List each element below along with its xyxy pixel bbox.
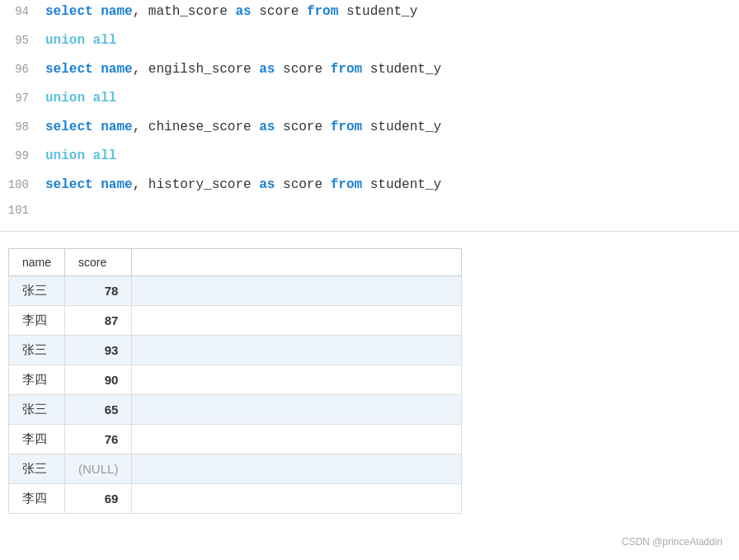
code-line: 96select name, engilsh_score as score fr…	[0, 58, 739, 87]
cell-empty	[132, 306, 462, 336]
cell-name: 张三	[9, 395, 65, 425]
line-content: union all	[45, 88, 116, 108]
code-line: 95union all	[0, 29, 739, 58]
code-line: 94select name, math_score as score from …	[0, 0, 739, 29]
line-content: select name, chinese_score as score from…	[45, 117, 441, 137]
code-line: 98select name, chinese_score as score fr…	[0, 115, 739, 144]
cell-empty	[132, 336, 462, 365]
results-table-section: name score 张三78李四87张三93李四90张三65李四76张三(NU…	[0, 248, 739, 514]
cell-name: 张三	[9, 276, 65, 306]
cell-score: 69	[65, 484, 132, 514]
cell-name: 张三	[9, 336, 65, 365]
line-content: union all	[45, 146, 116, 166]
table-row: 张三78	[9, 276, 462, 306]
line-number: 100	[0, 178, 45, 191]
cell-score: 93	[65, 336, 132, 365]
cell-score: 78	[65, 276, 132, 306]
line-number: 97	[0, 92, 45, 105]
line-content: select name, engilsh_score as score from…	[45, 59, 441, 79]
line-content: union all	[45, 31, 116, 50]
code-line: 101	[0, 202, 739, 231]
table-row: 李四90	[9, 365, 462, 395]
code-line: 97union all	[0, 87, 739, 115]
line-number: 95	[0, 34, 45, 47]
cell-empty	[132, 395, 462, 425]
table-row: 李四69	[9, 484, 462, 514]
line-number: 96	[0, 63, 45, 76]
code-line: 99union all	[0, 144, 739, 173]
cell-name: 李四	[9, 484, 65, 514]
cell-empty	[132, 276, 462, 306]
table-header-row: name score	[9, 249, 462, 276]
table-body: 张三78李四87张三93李四90张三65李四76张三(NULL)李四69	[9, 276, 462, 514]
line-number: 98	[0, 120, 45, 134]
table-header: name score	[9, 249, 462, 276]
cell-score: 90	[65, 365, 132, 395]
col-score-header: score	[65, 249, 132, 276]
cell-empty	[132, 454, 462, 484]
cell-score: 76	[65, 425, 132, 454]
cell-name: 李四	[9, 365, 65, 395]
cell-name: 李四	[9, 306, 65, 336]
table-row: 李四87	[9, 306, 462, 336]
table-row: 张三65	[9, 395, 462, 425]
table-row: 张三93	[9, 336, 462, 365]
watermark: CSDN @princeAladdin	[622, 536, 723, 548]
results-table: name score 张三78李四87张三93李四90张三65李四76张三(NU…	[8, 248, 462, 514]
cell-empty	[132, 425, 462, 454]
col-empty-header	[132, 249, 462, 276]
cell-name: 张三	[9, 454, 65, 484]
line-number: 101	[0, 204, 45, 217]
cell-empty	[132, 484, 462, 514]
code-line: 100select name, history_score as score f…	[0, 173, 739, 202]
cell-score: 87	[65, 306, 132, 336]
table-row: 张三(NULL)	[9, 454, 462, 484]
line-content: select name, math_score as score from st…	[45, 2, 417, 21]
cell-score: 65	[65, 395, 132, 425]
col-name-header: name	[9, 249, 65, 276]
cell-name: 李四	[9, 425, 65, 454]
line-number: 99	[0, 149, 45, 162]
table-row: 李四76	[9, 425, 462, 454]
line-content: select name, history_score as score from…	[45, 175, 441, 195]
cell-empty	[132, 365, 462, 395]
cell-score: (NULL)	[65, 454, 132, 484]
line-number: 94	[0, 5, 45, 18]
code-editor: 94select name, math_score as score from …	[0, 0, 739, 232]
